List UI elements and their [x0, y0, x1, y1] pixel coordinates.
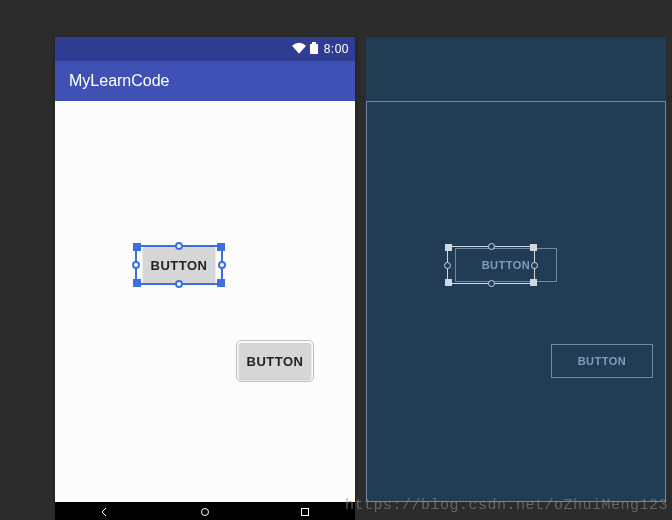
layout-canvas[interactable]: BUTTON BUTTON: [55, 101, 355, 502]
button-1-label: BUTTON: [151, 258, 208, 273]
status-time: 8:00: [324, 42, 349, 56]
blueprint-toolbar: [366, 61, 666, 101]
svg-point-2: [202, 509, 209, 516]
resize-handle-sw[interactable]: [133, 279, 141, 287]
svg-rect-1: [312, 42, 316, 44]
button-1[interactable]: BUTTON: [143, 247, 215, 283]
nav-back-icon[interactable]: [97, 504, 113, 520]
nav-recent-icon[interactable]: [297, 504, 313, 520]
button-2-label: BUTTON: [247, 354, 304, 369]
app-toolbar: MyLearnCode: [55, 61, 355, 101]
blueprint-button-1[interactable]: BUTTON: [455, 248, 557, 282]
bp-constraint-handle-w[interactable]: [444, 262, 451, 269]
nav-home-icon[interactable]: [197, 504, 213, 520]
blueprint-canvas[interactable]: BUTTON BUTTON: [366, 101, 666, 502]
blueprint-status-bar: [366, 37, 666, 61]
resize-handle-nw[interactable]: [133, 243, 141, 251]
resize-handle-se[interactable]: [217, 279, 225, 287]
android-status-bar: 8:00: [55, 37, 355, 61]
design-preview-pane: 8:00 MyLearnCode BUTTON BUTTON: [55, 37, 355, 502]
button-2[interactable]: BUTTON: [239, 343, 311, 379]
svg-rect-0: [310, 44, 318, 54]
resize-handle-ne[interactable]: [217, 243, 225, 251]
blueprint-button-2-label: BUTTON: [578, 355, 627, 367]
blueprint-pane: BUTTON BUTTON: [366, 37, 666, 502]
battery-icon: [310, 42, 318, 57]
app-title: MyLearnCode: [69, 72, 170, 90]
svg-rect-3: [302, 509, 309, 516]
blueprint-button-2[interactable]: BUTTON: [551, 344, 653, 378]
constraint-handle-w[interactable]: [132, 261, 140, 269]
wifi-icon: [292, 42, 306, 57]
bp-resize-handle-sw[interactable]: [445, 279, 452, 286]
android-nav-bar: [55, 502, 355, 520]
blueprint-button-1-label: BUTTON: [482, 259, 531, 271]
bp-resize-handle-nw[interactable]: [445, 244, 452, 251]
constraint-handle-e[interactable]: [218, 261, 226, 269]
